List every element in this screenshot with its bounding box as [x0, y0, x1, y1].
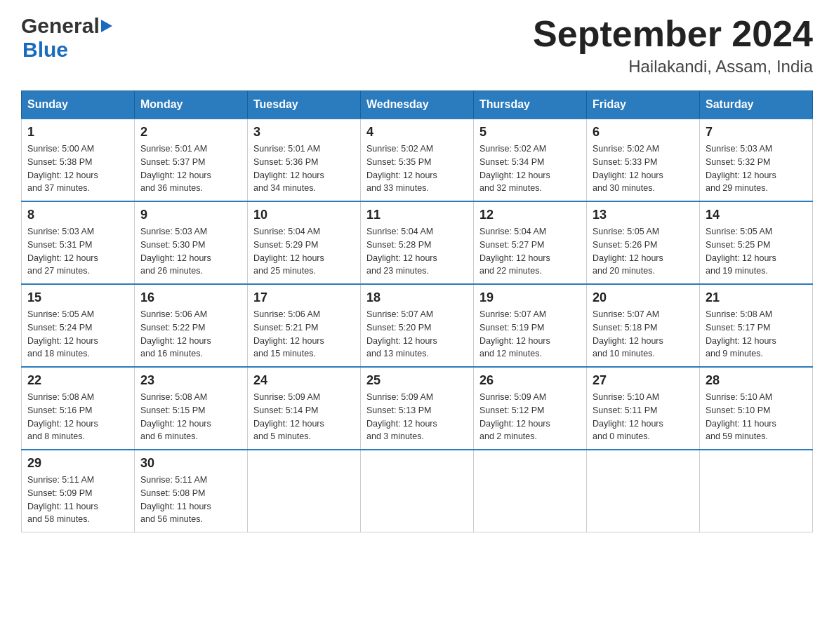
- day-number: 14: [706, 208, 807, 222]
- logo-general-text: General: [21, 14, 100, 38]
- col-thursday: Thursday: [474, 91, 587, 119]
- day-number: 15: [27, 290, 128, 305]
- day-info: Sunrise: 5:02 AMSunset: 5:35 PMDaylight:…: [366, 144, 437, 193]
- day-info: Sunrise: 5:09 AMSunset: 5:14 PMDaylight:…: [253, 392, 324, 441]
- day-info: Sunrise: 5:05 AMSunset: 5:24 PMDaylight:…: [27, 309, 98, 358]
- table-row: 11 Sunrise: 5:04 AMSunset: 5:28 PMDaylig…: [361, 201, 474, 284]
- table-row: 29 Sunrise: 5:11 AMSunset: 5:09 PMDaylig…: [22, 450, 135, 532]
- day-info: Sunrise: 5:10 AMSunset: 5:11 PMDaylight:…: [593, 392, 663, 441]
- day-info: Sunrise: 5:01 AMSunset: 5:36 PMDaylight:…: [253, 144, 324, 193]
- day-number: 16: [140, 290, 241, 305]
- day-number: 9: [140, 208, 241, 222]
- page-header: General Blue September 2024 Hailakandi, …: [21, 14, 813, 76]
- day-info: Sunrise: 5:03 AMSunset: 5:32 PMDaylight:…: [706, 144, 776, 193]
- day-number: 27: [593, 373, 694, 388]
- day-number: 1: [27, 125, 128, 140]
- day-number: 25: [366, 373, 468, 388]
- day-number: 22: [27, 373, 128, 388]
- logo-blue-text: Blue: [22, 38, 68, 61]
- table-row: 20 Sunrise: 5:07 AMSunset: 5:18 PMDaylig…: [587, 284, 700, 367]
- page-title: September 2024: [533, 14, 813, 54]
- table-row: 12 Sunrise: 5:04 AMSunset: 5:27 PMDaylig…: [474, 201, 587, 284]
- table-row: 28 Sunrise: 5:10 AMSunset: 5:10 PMDaylig…: [700, 367, 813, 450]
- calendar-table: Sunday Monday Tuesday Wednesday Thursday…: [21, 90, 813, 532]
- day-number: 7: [706, 125, 807, 140]
- table-row: 13 Sunrise: 5:05 AMSunset: 5:26 PMDaylig…: [587, 201, 700, 284]
- day-info: Sunrise: 5:05 AMSunset: 5:26 PMDaylight:…: [593, 227, 663, 276]
- day-number: 18: [366, 290, 468, 305]
- table-row: [361, 450, 474, 532]
- day-number: 24: [253, 373, 355, 388]
- calendar-week-2: 8 Sunrise: 5:03 AMSunset: 5:31 PMDayligh…: [22, 201, 813, 284]
- day-number: 10: [253, 208, 355, 222]
- col-friday: Friday: [587, 91, 700, 119]
- table-row: 19 Sunrise: 5:07 AMSunset: 5:19 PMDaylig…: [474, 284, 587, 367]
- calendar-week-4: 22 Sunrise: 5:08 AMSunset: 5:16 PMDaylig…: [22, 367, 813, 450]
- header-row: Sunday Monday Tuesday Wednesday Thursday…: [22, 91, 813, 119]
- day-number: 5: [479, 125, 581, 140]
- table-row: 4 Sunrise: 5:02 AMSunset: 5:35 PMDayligh…: [361, 119, 474, 201]
- day-number: 23: [140, 373, 241, 388]
- table-row: [700, 450, 813, 532]
- day-info: Sunrise: 5:04 AMSunset: 5:27 PMDaylight:…: [479, 227, 550, 276]
- day-info: Sunrise: 5:11 AMSunset: 5:09 PMDaylight:…: [27, 475, 98, 524]
- day-info: Sunrise: 5:11 AMSunset: 5:08 PMDaylight:…: [140, 475, 211, 524]
- table-row: 7 Sunrise: 5:03 AMSunset: 5:32 PMDayligh…: [700, 119, 813, 201]
- day-info: Sunrise: 5:00 AMSunset: 5:38 PMDaylight:…: [27, 144, 98, 193]
- table-row: 8 Sunrise: 5:03 AMSunset: 5:31 PMDayligh…: [22, 201, 135, 284]
- day-number: 6: [593, 125, 694, 140]
- calendar-body: 1 Sunrise: 5:00 AMSunset: 5:38 PMDayligh…: [22, 119, 813, 532]
- day-number: 13: [593, 208, 694, 222]
- day-number: 8: [27, 208, 128, 222]
- calendar-week-5: 29 Sunrise: 5:11 AMSunset: 5:09 PMDaylig…: [22, 450, 813, 532]
- day-number: 12: [479, 208, 581, 222]
- table-row: 24 Sunrise: 5:09 AMSunset: 5:14 PMDaylig…: [248, 367, 361, 450]
- table-row: 22 Sunrise: 5:08 AMSunset: 5:16 PMDaylig…: [22, 367, 135, 450]
- logo: General Blue: [21, 14, 114, 62]
- day-info: Sunrise: 5:01 AMSunset: 5:37 PMDaylight:…: [140, 144, 211, 193]
- day-number: 3: [253, 125, 355, 140]
- day-info: Sunrise: 5:02 AMSunset: 5:33 PMDaylight:…: [593, 144, 663, 193]
- day-info: Sunrise: 5:07 AMSunset: 5:18 PMDaylight:…: [593, 309, 663, 358]
- day-info: Sunrise: 5:08 AMSunset: 5:15 PMDaylight:…: [140, 392, 211, 441]
- calendar-header: Sunday Monday Tuesday Wednesday Thursday…: [22, 91, 813, 119]
- day-number: 20: [593, 290, 694, 305]
- table-row: 16 Sunrise: 5:06 AMSunset: 5:22 PMDaylig…: [135, 284, 248, 367]
- day-info: Sunrise: 5:04 AMSunset: 5:29 PMDaylight:…: [253, 227, 324, 276]
- table-row: 25 Sunrise: 5:09 AMSunset: 5:13 PMDaylig…: [361, 367, 474, 450]
- table-row: 1 Sunrise: 5:00 AMSunset: 5:38 PMDayligh…: [22, 119, 135, 201]
- table-row: 2 Sunrise: 5:01 AMSunset: 5:37 PMDayligh…: [135, 119, 248, 201]
- day-info: Sunrise: 5:06 AMSunset: 5:22 PMDaylight:…: [140, 309, 211, 358]
- day-info: Sunrise: 5:07 AMSunset: 5:20 PMDaylight:…: [366, 309, 437, 358]
- day-number: 30: [140, 456, 241, 471]
- table-row: 26 Sunrise: 5:09 AMSunset: 5:12 PMDaylig…: [474, 367, 587, 450]
- day-info: Sunrise: 5:03 AMSunset: 5:30 PMDaylight:…: [140, 227, 211, 276]
- col-tuesday: Tuesday: [248, 91, 361, 119]
- day-number: 4: [366, 125, 468, 140]
- day-info: Sunrise: 5:06 AMSunset: 5:21 PMDaylight:…: [253, 309, 324, 358]
- page-subtitle: Hailakandi, Assam, India: [533, 57, 813, 76]
- table-row: 6 Sunrise: 5:02 AMSunset: 5:33 PMDayligh…: [587, 119, 700, 201]
- logo-arrow-icon: [101, 20, 112, 32]
- day-info: Sunrise: 5:03 AMSunset: 5:31 PMDaylight:…: [27, 227, 98, 276]
- day-number: 28: [706, 373, 807, 388]
- table-row: [248, 450, 361, 532]
- day-number: 11: [366, 208, 468, 222]
- table-row: [474, 450, 587, 532]
- calendar-week-3: 15 Sunrise: 5:05 AMSunset: 5:24 PMDaylig…: [22, 284, 813, 367]
- table-row: 18 Sunrise: 5:07 AMSunset: 5:20 PMDaylig…: [361, 284, 474, 367]
- table-row: 5 Sunrise: 5:02 AMSunset: 5:34 PMDayligh…: [474, 119, 587, 201]
- day-info: Sunrise: 5:08 AMSunset: 5:16 PMDaylight:…: [27, 392, 98, 441]
- table-row: 14 Sunrise: 5:05 AMSunset: 5:25 PMDaylig…: [700, 201, 813, 284]
- table-row: 30 Sunrise: 5:11 AMSunset: 5:08 PMDaylig…: [135, 450, 248, 532]
- table-row: 27 Sunrise: 5:10 AMSunset: 5:11 PMDaylig…: [587, 367, 700, 450]
- table-row: 17 Sunrise: 5:06 AMSunset: 5:21 PMDaylig…: [248, 284, 361, 367]
- table-row: 21 Sunrise: 5:08 AMSunset: 5:17 PMDaylig…: [700, 284, 813, 367]
- day-number: 19: [479, 290, 581, 305]
- calendar-week-1: 1 Sunrise: 5:00 AMSunset: 5:38 PMDayligh…: [22, 119, 813, 201]
- table-row: [587, 450, 700, 532]
- table-row: 15 Sunrise: 5:05 AMSunset: 5:24 PMDaylig…: [22, 284, 135, 367]
- col-sunday: Sunday: [22, 91, 135, 119]
- day-info: Sunrise: 5:04 AMSunset: 5:28 PMDaylight:…: [366, 227, 437, 276]
- day-info: Sunrise: 5:08 AMSunset: 5:17 PMDaylight:…: [706, 309, 776, 358]
